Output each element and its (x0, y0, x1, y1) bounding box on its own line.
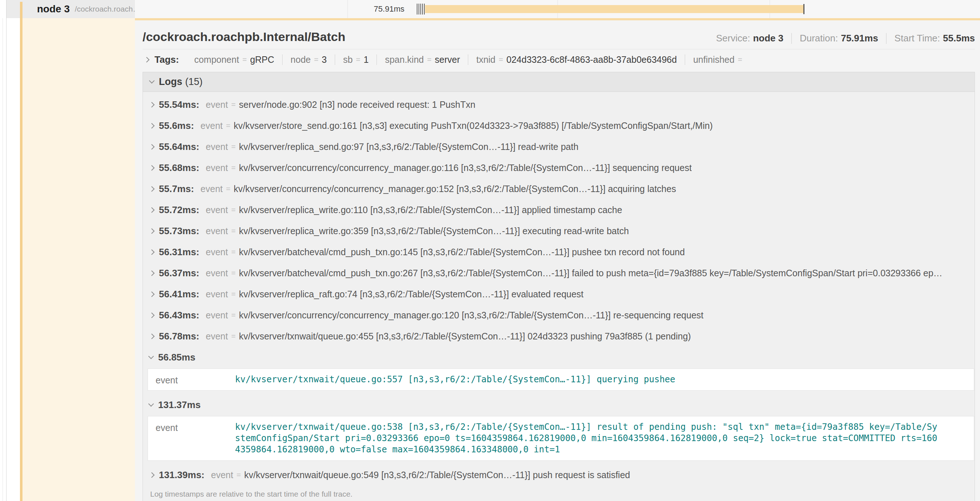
span-operation-title: /cockroach.roachpb.Internal/Batch (143, 30, 345, 44)
log-field-key: event (200, 121, 223, 131)
log-row-collapsed[interactable]: 56.37ms: event = kv/kvserver/batcheval/c… (143, 262, 975, 284)
logs-title: Logs (159, 76, 183, 88)
equals-sign: = (226, 184, 230, 193)
log-field-key: event (206, 310, 228, 321)
tags-label: Tags: (154, 54, 179, 65)
equals-sign: = (356, 55, 360, 64)
log-row-collapsed[interactable]: 55.54ms: event = server/node.go:902 [n3]… (143, 94, 975, 115)
chevron-right-icon (149, 291, 155, 297)
log-field-value: kv/kvserver/store_send.go:161 [n3,s3] ex… (234, 121, 713, 131)
span-detail-header: /cockroach.roachpb.Internal/Batch Servic… (143, 20, 975, 49)
log-field-value: kv/kvserver/concurrency/concurrency_mana… (234, 184, 676, 194)
log-row-collapsed[interactable]: 55.68ms: event = kv/kvserver/concurrency… (143, 157, 975, 178)
logs-list: 55.54ms: event = server/node.go:902 [n3]… (143, 92, 975, 485)
log-row-collapsed[interactable]: 55.6ms: event = kv/kvserver/store_send.g… (143, 115, 975, 136)
log-row-collapsed[interactable]: 131.39ms: event = kv/kvserver/txnwait/qu… (143, 464, 975, 485)
log-timestamp: 56.37ms: (159, 268, 199, 279)
equals-sign: = (314, 55, 318, 64)
span-timeline: 75.91ms (135, 0, 980, 18)
chevron-right-icon (149, 123, 155, 129)
log-timestamp: 131.37ms (158, 399, 200, 411)
tag-item[interactable]: node = 3 (283, 54, 335, 65)
logs-footer-note: Log timestamps are relative to the start… (143, 485, 975, 501)
log-row-expanded-header[interactable]: 131.37ms (143, 394, 975, 415)
span-color-stripe (20, 2, 22, 501)
meta-divider (886, 33, 886, 44)
equals-sign: = (231, 311, 235, 319)
span-name-cell[interactable]: node 3 /cockroach.roach… (6, 0, 135, 18)
log-timestamp: 56.78ms: (159, 331, 199, 342)
log-field-value: kv/kvserver/concurrency/concurrency_mana… (239, 310, 704, 321)
log-row-expanded-header[interactable]: 56.85ms (143, 347, 975, 368)
chevron-down-icon (149, 78, 155, 84)
tag-item[interactable]: txnid = 024d3323-6c8f-4863-aa8b-37ab0e63… (468, 54, 685, 65)
logs-accordion: Logs (15) 55.54ms: event = server/node.g… (143, 72, 975, 501)
log-timestamp: 55.72ms: (159, 204, 199, 215)
tag-value: 3 (322, 54, 327, 65)
log-row-collapsed[interactable]: 55.64ms: event = kv/kvserver/replica_sen… (143, 136, 975, 157)
log-field-value: kv/kvserver/replica_write.go:359 [n3,s3,… (239, 226, 629, 236)
log-field-key: event (211, 470, 233, 480)
log-row-collapsed[interactable]: 55.73ms: event = kv/kvserver/replica_wri… (143, 220, 975, 241)
span-bar-hatched-segment[interactable] (417, 4, 425, 14)
equals-sign: = (231, 206, 235, 214)
log-timestamp: 55.7ms: (159, 183, 194, 195)
equals-sign: = (738, 55, 742, 64)
chevron-right-icon (149, 207, 155, 213)
chevron-down-icon (148, 353, 154, 359)
equals-sign: = (231, 247, 235, 256)
equals-sign: = (427, 55, 431, 64)
log-field-value: kv/kvserver/replica_send.go:97 [n3,s3,r6… (239, 142, 579, 152)
equals-sign: = (231, 100, 235, 109)
equals-sign: = (231, 269, 235, 278)
log-timestamp: 131.39ms: (159, 469, 205, 481)
span-bar[interactable] (425, 5, 805, 13)
log-row-collapsed[interactable]: 55.7ms: event = kv/kvserver/concurrency/… (143, 178, 975, 199)
chevron-right-icon (149, 472, 155, 478)
log-field-key: event (206, 331, 228, 341)
log-field-key: event (206, 289, 228, 300)
trace-span-row: node 3 /cockroach.roach… 75.91ms (6, 0, 980, 18)
duration-label: Duration: (800, 33, 838, 44)
log-field-value: kv/kvserver/txnwait/queue.go:455 [n3,s3,… (239, 331, 691, 341)
gutter-divider (6, 0, 6, 501)
log-row-collapsed[interactable]: 56.41ms: event = kv/kvserver/replica_raf… (143, 284, 975, 305)
start-time-label: Start Time: (894, 33, 940, 44)
log-timestamp: 56.85ms (158, 352, 196, 363)
log-timestamp: 55.64ms: (159, 141, 199, 153)
log-field-key: event (200, 184, 223, 194)
log-field-key: event (206, 163, 228, 173)
log-row-collapsed[interactable]: 56.43ms: event = kv/kvserver/concurrency… (143, 305, 975, 325)
tag-item[interactable]: unfinished = (685, 54, 753, 65)
equals-sign: = (231, 332, 235, 340)
logs-header[interactable]: Logs (15) (143, 72, 975, 92)
log-row-collapsed[interactable]: 56.31ms: event = kv/kvserver/batcheval/c… (143, 241, 975, 262)
log-timestamp: 56.41ms: (159, 289, 199, 300)
chevron-right-icon (149, 270, 155, 276)
log-timestamp: 56.31ms: (159, 247, 199, 258)
tag-key: node (291, 54, 311, 65)
log-row-collapsed[interactable]: 55.72ms: event = kv/kvserver/replica_wri… (143, 199, 975, 220)
chevron-right-icon (149, 144, 155, 150)
duration-value: 75.91ms (841, 33, 878, 44)
equals-sign: = (231, 163, 235, 172)
tag-item[interactable]: sb = 1 (335, 54, 377, 65)
log-field-value: kv/kvserver/txnwait/queue.go:549 [n3,s3,… (244, 470, 630, 480)
equals-sign: = (226, 121, 230, 130)
tag-list: component = gRPC node = 3 sb = 1 span.ki… (186, 54, 753, 65)
tag-value: 024d3323-6c8f-4863-aa8b-37ab0e63496d (506, 54, 677, 65)
tags-accordion[interactable]: Tags: component = gRPC node = 3 sb = 1 s… (143, 49, 975, 70)
tag-value: gRPC (250, 54, 274, 65)
log-row-expanded: 131.37ms event kv/kvserver/txnwait/queue… (143, 394, 975, 461)
chevron-right-icon (149, 228, 155, 234)
log-field-value-mono: kv/kvserver/txnwait/queue.go:557 [n3,s3,… (235, 369, 974, 390)
span-detail-panel: /cockroach.roachpb.Internal/Batch Servic… (135, 18, 980, 501)
chevron-right-icon (144, 57, 150, 62)
tag-item[interactable]: span.kind = server (377, 54, 468, 65)
equals-sign: = (237, 471, 241, 479)
chevron-right-icon (149, 165, 155, 171)
log-row-collapsed[interactable]: 56.78ms: event = kv/kvserver/txnwait/que… (143, 325, 975, 347)
tag-key: sb (343, 54, 353, 65)
gutter-divider (3, 18, 3, 501)
tag-item[interactable]: component = gRPC (186, 54, 283, 65)
